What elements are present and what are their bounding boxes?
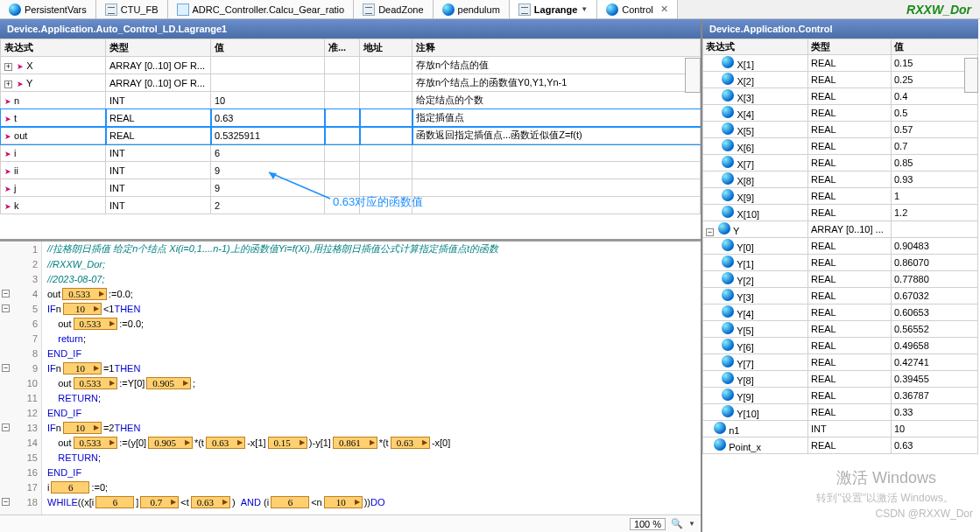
code-line[interactable]: out0.533:=0.0; <box>47 286 701 301</box>
table-row[interactable]: X[10]REAL1.2 <box>703 205 978 221</box>
code-line[interactable]: END_IF <box>47 346 701 360</box>
right-variables-table[interactable]: 表达式类型值 X[1]REAL0.15 X[2]REAL0.25 X[3]REA… <box>702 38 978 454</box>
tab-deadzone[interactable]: DeadZone <box>354 0 433 18</box>
code-line[interactable]: i6:=0; <box>47 480 701 494</box>
chevron-down-icon[interactable]: ▼ <box>581 5 588 13</box>
table-row[interactable]: ➤ nINT10给定结点的个数 <box>1 92 701 109</box>
table-row[interactable]: Y[5]REAL0.56552 <box>703 321 978 338</box>
fold-icon[interactable]: − <box>2 304 10 312</box>
collapse-icon[interactable]: − <box>706 228 714 236</box>
tab-label: PersistentVars <box>25 4 87 15</box>
zoom-icon[interactable]: 🔍 <box>671 518 683 529</box>
table-row[interactable]: X[6]REAL0.7 <box>703 138 978 155</box>
code-line[interactable]: out0.533:=(y[0]0.905*(t0.63-x[1]0.15)-y[… <box>47 435 701 450</box>
pin-icon: ➤ <box>4 185 11 193</box>
var-name: X[1] <box>737 60 754 70</box>
table-row[interactable]: Y[0]REAL0.90483 <box>703 238 978 255</box>
table-row[interactable]: Y[10]REAL0.33 <box>703 404 978 421</box>
code-line[interactable]: IF n10=1 THEN <box>47 360 701 375</box>
column-header[interactable]: 地址 <box>360 39 412 57</box>
table-row[interactable]: X[4]REAL0.5 <box>703 105 978 122</box>
table-row[interactable]: Y[3]REAL0.67032 <box>703 288 978 304</box>
code-line[interactable]: //RXXW_Dor; <box>47 256 701 271</box>
column-header[interactable]: 值 <box>211 39 325 57</box>
column-header[interactable]: 表达式 <box>703 39 808 55</box>
table-row[interactable]: ➤ iINT6 <box>1 144 701 162</box>
code-line[interactable]: out0.533:=Y[0]0.905; <box>47 375 701 390</box>
globe-icon <box>442 4 455 16</box>
table-row[interactable]: Y[2]REAL0.77880 <box>703 271 978 288</box>
column-header[interactable]: 类型 <box>808 39 892 55</box>
expand-icon[interactable]: + <box>4 80 12 88</box>
zoom-level[interactable]: 100 % <box>630 518 666 530</box>
zoom-dropdown-icon[interactable]: ▼ <box>688 520 695 528</box>
table-row[interactable]: X[2]REAL0.25 <box>703 72 978 88</box>
pin-icon: ➤ <box>4 150 11 158</box>
table-row[interactable]: X[8]REAL0.93 <box>703 172 978 188</box>
fold-icon[interactable]: − <box>2 364 10 372</box>
column-header[interactable]: 注释 <box>412 39 701 57</box>
code-line[interactable]: RETURN; <box>47 450 701 465</box>
tab-pendulum[interactable]: pendulum <box>434 0 510 18</box>
line-number: 1 <box>0 242 41 256</box>
globe-icon <box>722 355 734 368</box>
fold-icon[interactable]: − <box>2 498 10 506</box>
column-header[interactable]: 值 <box>892 39 978 55</box>
table-row[interactable]: Y[1]REAL0.86070 <box>703 255 978 271</box>
globe-icon <box>722 405 734 417</box>
tab-ctu-fb[interactable]: CTU_FB <box>96 0 168 18</box>
table-row[interactable]: ➤ tREAL0.63指定插值点 <box>1 109 701 127</box>
code-line[interactable]: END_IF <box>47 465 701 480</box>
var-name: Y[0] <box>737 242 754 253</box>
table-row[interactable]: Point_xREAL0.63 <box>703 438 978 454</box>
table-row[interactable]: n1INT10 <box>703 421 978 438</box>
column-header[interactable]: 类型 <box>106 39 211 57</box>
table-row[interactable]: Y[4]REAL0.60653 <box>703 304 978 321</box>
variables-table-wrap: 表达式类型值准...地址注释 + ➤ XARRAY [0..10] OF R..… <box>0 38 701 242</box>
code-line[interactable]: WHILE((x[i6]0.7<t0.63) AND (i6<n10)) DO <box>47 494 701 509</box>
fold-icon[interactable]: − <box>2 290 10 298</box>
code-line[interactable]: END_IF <box>47 405 701 420</box>
table-row[interactable]: Y[6]REAL0.49658 <box>703 338 978 354</box>
tab-control[interactable]: Control✕ <box>597 0 677 18</box>
code-editor[interactable]: 1234−5−6789−10111213−1415161718− //拉格朗日插… <box>0 242 701 514</box>
blue-icon <box>177 4 189 16</box>
tab-persistentvars[interactable]: PersistentVars <box>0 0 96 18</box>
table-row[interactable]: X[7]REAL0.85 <box>703 155 978 172</box>
code-line[interactable]: RETURN; <box>47 390 701 405</box>
table-row[interactable]: X[9]REAL1 <box>703 188 978 205</box>
minimap-icon[interactable] <box>685 58 701 93</box>
code-lines[interactable]: //拉格朗日插值 给定n个结点 Xi(i=0,1....n-1)上的函数值Yi=… <box>42 242 701 514</box>
column-header[interactable]: 表达式 <box>1 39 106 57</box>
main-area: Device.Application.Auto_Control_LD.Lagra… <box>0 19 980 532</box>
variables-table[interactable]: 表达式类型值准...地址注释 + ➤ XARRAY [0..10] OF R..… <box>0 38 701 214</box>
expand-icon[interactable]: + <box>4 63 12 71</box>
close-icon[interactable]: ✕ <box>660 4 668 15</box>
code-line[interactable]: IF n10=2 THEN <box>47 420 701 435</box>
table-row[interactable]: Y[8]REAL0.39455 <box>703 371 978 388</box>
table-row[interactable]: X[5]REAL0.57 <box>703 122 978 138</box>
code-line[interactable]: //拉格朗日插值 给定n个结点 Xi(i=0,1....n-1)上的函数值Yi=… <box>47 242 701 256</box>
minimap-icon[interactable] <box>964 58 978 93</box>
table-row[interactable]: Y[9]REAL0.36787 <box>703 388 978 404</box>
right-panel: Device.Application.Control 表达式类型值 X[1]RE… <box>702 19 978 532</box>
table-row[interactable]: Y[7]REAL0.42741 <box>703 354 978 371</box>
table-row[interactable]: + ➤ XARRAY [0..10] OF R...存放n个结点的值 <box>1 57 701 74</box>
pin-icon: ➤ <box>4 132 11 141</box>
table-row[interactable]: X[1]REAL0.15 <box>703 55 978 72</box>
column-header[interactable]: 准... <box>325 39 360 57</box>
code-line[interactable]: //2023-08-07; <box>47 271 701 286</box>
pin-icon: ➤ <box>17 80 24 88</box>
table-row[interactable]: − YARRAY [0..10] ... <box>703 221 978 238</box>
fold-icon[interactable]: − <box>2 424 10 431</box>
table-row[interactable]: ➤ iiINT9 <box>1 162 701 179</box>
code-line[interactable]: return; <box>47 331 701 346</box>
table-row[interactable]: ➤ outREAL0.5325911函数返回指定插值点...函数近似值Z=f(t… <box>1 127 701 144</box>
table-row[interactable]: X[3]REAL0.4 <box>703 88 978 105</box>
annotation-text: 0.63对应的函数值 <box>333 194 423 210</box>
tab-lagrange[interactable]: Lagrange▼ <box>510 0 597 18</box>
table-row[interactable]: + ➤ YARRAY [0..10] OF R...存放n个结点上的函数值Y0,… <box>1 74 701 92</box>
code-line[interactable]: IF n10<1 THEN <box>47 301 701 316</box>
code-line[interactable]: out0.533:=0.0; <box>47 316 701 331</box>
tab-adrc-controller-calcu-gear-ratio[interactable]: ADRC_Controller.Calcu_Gear_ratio <box>168 0 355 18</box>
